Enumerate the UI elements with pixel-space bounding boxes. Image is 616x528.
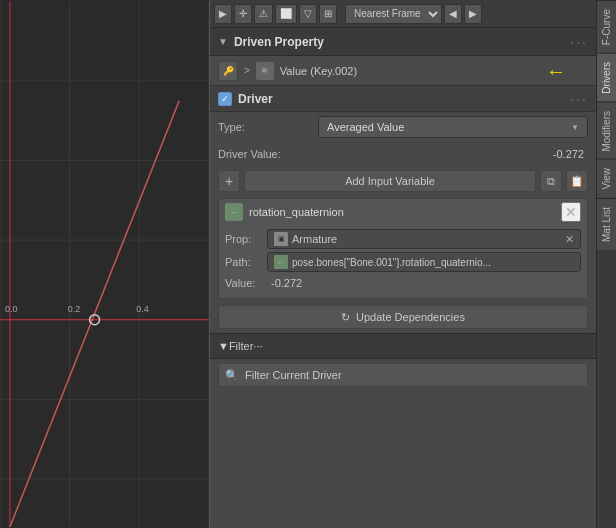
armature-selector[interactable]: ▣ Armature ✕ (267, 229, 581, 249)
variable-item: ↔ rotation_quaternion ✕ Prop: ▣ Armature… (218, 198, 588, 299)
frame-dropdown[interactable]: Nearest Frame (345, 4, 442, 24)
path-text: pose.bones["Bone.001"].rotation_quaterni… (292, 257, 491, 268)
driver-title: Driver (238, 92, 273, 106)
driven-property-title: Driven Property (234, 35, 324, 49)
key-separator: > (244, 65, 250, 76)
prop-row: Prop: ▣ Armature ✕ (225, 229, 581, 249)
variable-header: ↔ rotation_quaternion ✕ (219, 199, 587, 225)
toolbar-nav-left[interactable]: ◀ (444, 4, 462, 24)
graph-canvas: 0.0 0.2 0.4 (0, 0, 209, 528)
path-label: Path: (225, 256, 263, 268)
filter-triangle: ▼ (218, 340, 229, 352)
driven-property-dots: ··· (570, 34, 588, 50)
main-content: ▶ ✛ ⚠ ⬜ ▽ ⊞ Nearest Frame ◀ ▶ ▼ Driven P… (210, 0, 596, 528)
key-bar: 🔑 > ≋ Value (Key.002) ← (210, 56, 596, 86)
filter-section-header: ▼ Filter ··· (210, 333, 596, 359)
armature-label: Armature (292, 233, 337, 245)
graph-area: 0.0 0.2 0.4 (0, 0, 210, 528)
key-icon: 🔑 (218, 61, 238, 81)
add-icon-button[interactable]: + (218, 170, 240, 192)
path-icon: ↔ (274, 255, 288, 269)
toolbar-view-btn[interactable]: ⊞ (319, 4, 337, 24)
toolbar-box-btn[interactable]: ⬜ (275, 4, 297, 24)
type-row: Type: Averaged Value ▼ (210, 112, 596, 142)
driven-property-header: ▼ Driven Property ··· (210, 28, 596, 56)
filter-section-body: 🔍 Filter Current Driver (210, 359, 596, 391)
driver-value-row: Driver Value: -0.272 (210, 142, 596, 166)
value-row: Value: -0.272 (225, 275, 581, 291)
copy-icon-btn[interactable]: ⧉ (540, 170, 562, 192)
side-tabs: F-Curve Drivers Modifiers View Mat List (596, 0, 616, 528)
key-value-label: Value (Key.002) (280, 65, 357, 77)
filter-search-row[interactable]: 🔍 Filter Current Driver (218, 363, 588, 387)
driver-value-text: -0.272 (318, 146, 588, 162)
tab-view[interactable]: View (597, 159, 616, 198)
armature-icon: ▣ (274, 232, 288, 246)
top-toolbar: ▶ ✛ ⚠ ⬜ ▽ ⊞ Nearest Frame ◀ ▶ (210, 0, 596, 28)
armature-close-icon: ✕ (565, 233, 574, 246)
toolbar-select-btn[interactable]: ▶ (214, 4, 232, 24)
var-close-button[interactable]: ✕ (561, 202, 581, 222)
driver-dots: ··· (570, 91, 588, 107)
svg-text:0.2: 0.2 (68, 304, 80, 314)
section-triangle: ▼ (218, 36, 228, 47)
dropdown-arrow-icon: ▼ (571, 123, 579, 132)
update-label: Update Dependencies (356, 311, 465, 323)
tab-drivers[interactable]: Drivers (597, 53, 616, 102)
path-row: Path: ↔ pose.bones["Bone.001"].rotation_… (225, 252, 581, 272)
update-dependencies-button[interactable]: ↻ Update Dependencies (218, 305, 588, 329)
value-label: Value: (225, 277, 263, 289)
search-placeholder: Filter Current Driver (245, 369, 342, 381)
tab-fcurve[interactable]: F-Curve (597, 0, 616, 53)
filter-dots: ··· (253, 340, 262, 352)
driver-value-label: Driver Value: (218, 148, 318, 160)
svg-text:0.0: 0.0 (5, 304, 17, 314)
svg-line-12 (10, 101, 179, 527)
tab-modifiers[interactable]: Modifiers (597, 102, 616, 160)
add-variable-button[interactable]: Add Input Variable (244, 170, 536, 192)
toolbar-cursor-btn[interactable]: ✛ (234, 4, 252, 24)
value-icon: ≋ (256, 62, 274, 80)
driver-value-display: -0.272 (318, 146, 588, 162)
type-value: Averaged Value ▼ (318, 116, 588, 138)
variable-body: Prop: ▣ Armature ✕ Path: ↔ pose.bones["B… (219, 225, 587, 298)
filter-title: Filter (229, 340, 253, 352)
toolbar-warn-btn[interactable]: ⚠ (254, 4, 273, 24)
value-text: -0.272 (267, 275, 306, 291)
right-panel: ▶ ✛ ⚠ ⬜ ▽ ⊞ Nearest Frame ◀ ▶ ▼ Driven P… (210, 0, 616, 528)
prop-label: Prop: (225, 233, 263, 245)
type-dropdown[interactable]: Averaged Value ▼ (318, 116, 588, 138)
var-name: rotation_quaternion (249, 206, 561, 218)
driver-header: Driver ··· (210, 86, 596, 112)
arrow-indicator: ← (546, 59, 566, 82)
driver-section: Driver ··· Type: Averaged Value ▼ Driver… (210, 86, 596, 528)
toolbar-filter-btn[interactable]: ▽ (299, 4, 317, 24)
var-type-icon: ↔ (225, 203, 243, 221)
tab-matlist[interactable]: Mat List (597, 198, 616, 250)
search-icon: 🔍 (225, 369, 239, 382)
driver-checkbox[interactable] (218, 92, 232, 106)
path-field[interactable]: ↔ pose.bones["Bone.001"].rotation_quater… (267, 252, 581, 272)
type-label: Type: (218, 121, 318, 133)
add-variable-row: + Add Input Variable ⧉ 📋 (210, 166, 596, 196)
svg-text:0.4: 0.4 (136, 304, 148, 314)
update-btn-row: ↻ Update Dependencies (210, 301, 596, 333)
update-icon: ↻ (341, 311, 350, 324)
paste-icon-btn[interactable]: 📋 (566, 170, 588, 192)
toolbar-nav-right[interactable]: ▶ (464, 4, 482, 24)
yellow-arrow-icon: ← (546, 59, 566, 81)
